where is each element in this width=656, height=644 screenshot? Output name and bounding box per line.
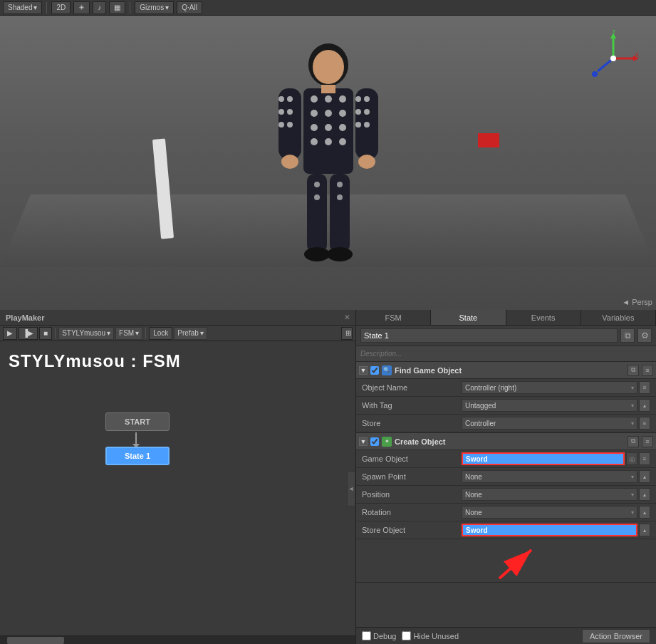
horizontal-scrollbar[interactable] (0, 635, 355, 644)
bottom-area: PlayMaker ✕ ▶ ▐▶ ■ STYLYmusou ▾ FSM ▾ Lo… (0, 310, 656, 644)
svg-point-3 (311, 95, 318, 103)
playmaker-toolbar: ▶ ▐▶ ■ STYLYmusou ▾ FSM ▾ Lock Prefab ▾ … (0, 326, 355, 341)
action-create-enable-checkbox[interactable] (370, 437, 379, 446)
game-object-menu-btn[interactable]: ≡ (639, 452, 650, 465)
position-menu-btn[interactable]: ▴ (639, 488, 650, 501)
debug-checkbox[interactable] (362, 631, 371, 640)
hide-unused-checkbox[interactable] (402, 631, 411, 640)
rotation-menu-btn[interactable]: ▴ (639, 506, 650, 519)
svg-point-14 (339, 138, 346, 145)
toolbar-sep-1 (55, 328, 56, 338)
game-object-circle-btn[interactable]: ◎ (626, 452, 637, 465)
svg-point-48 (610, 56, 616, 61)
with-tag-dropdown[interactable]: Untagged ▾ (462, 399, 637, 412)
row-label-with-tag: With Tag (362, 401, 462, 410)
fsm-title: STYLYmusou : FSM (9, 351, 181, 371)
step-button[interactable]: ▐▶ (19, 327, 38, 340)
action-find-game-object-header: ▼ 🔍 Find Game Object ⧉ ≡ (356, 362, 656, 379)
prefab-dropdown[interactable]: Prefab ▾ (174, 327, 207, 340)
action-copy-button[interactable]: ⧉ (628, 365, 639, 376)
position-dropdown[interactable]: None ▾ (462, 488, 637, 501)
state-name-input[interactable] (360, 328, 618, 343)
state-settings-icon[interactable]: ⚙ (637, 328, 652, 343)
action-browser-button[interactable]: Action Browser (582, 629, 650, 643)
action-row-object-name: Object Name Controller (right) ▾ ≡ (356, 379, 656, 397)
fsm-dropdown[interactable]: FSM ▾ (115, 327, 142, 340)
svg-point-18 (278, 109, 284, 115)
lock-button[interactable]: Lock (149, 327, 172, 340)
object-dropdown[interactable]: STYLYmusou ▾ (58, 327, 114, 340)
shading-dropdown[interactable]: Shaded ▾ (3, 1, 42, 14)
action-expand-toggle[interactable]: ▼ (359, 366, 368, 375)
action-create-expand-toggle[interactable]: ▼ (359, 437, 368, 446)
store-object-menu-btn[interactable]: ▴ (639, 524, 650, 536)
playmaker-canvas[interactable]: STYLYmusou : FSM START State 1 ◄ (0, 341, 355, 635)
action-create-copy-button[interactable]: ⧉ (628, 436, 639, 447)
play-button[interactable]: ▶ (3, 327, 17, 340)
row-value-spawn-point: None ▾ ▴ (462, 470, 650, 483)
tab-state[interactable]: State (431, 310, 506, 325)
scrollbar-thumb-horizontal[interactable] (7, 637, 64, 644)
rotation-dropdown[interactable]: None ▾ (462, 506, 637, 519)
store-dropdown[interactable]: Controller ▾ (462, 417, 637, 430)
collapse-handle[interactable]: ◄ (347, 471, 355, 507)
fsm-state1-node[interactable]: State 1 (105, 447, 170, 465)
gizmos-dropdown[interactable]: Gizmos ▾ (135, 1, 174, 14)
row-label-object-name: Object Name (362, 383, 462, 392)
tab-events[interactable]: Events (506, 310, 581, 325)
stop-button[interactable]: ■ (39, 327, 52, 340)
state-header: ⧉ ⚙ (356, 326, 656, 346)
svg-point-16 (278, 96, 284, 102)
game-object-input[interactable] (462, 452, 625, 465)
gizmo-widget: Y X (585, 30, 642, 87)
action-create-menu-button[interactable]: ≡ (642, 436, 653, 447)
action-row-rotation: Rotation None ▾ ▴ (356, 504, 656, 521)
scene-3d-area[interactable]: Y X ◄ Persp (0, 16, 656, 310)
svg-point-8 (339, 110, 346, 117)
description-input[interactable] (356, 346, 656, 362)
action-find-game-object: ▼ 🔍 Find Game Object ⧉ ≡ Object Name Con… (356, 362, 656, 433)
svg-point-11 (339, 124, 346, 131)
action-create-title: Create Object (395, 437, 625, 446)
action-enable-checkbox[interactable] (370, 366, 379, 375)
store-menu-btn[interactable]: ≡ (639, 417, 650, 430)
svg-point-7 (325, 110, 332, 117)
mode-2d-button[interactable]: 2D (51, 1, 71, 14)
red-arrow-container (356, 539, 656, 582)
inspector-panel: FSM State Events Variables ⧉ ⚙ (356, 310, 656, 644)
action-row-store-object: Store Object ▴ (356, 521, 656, 539)
collapse-expand-button[interactable]: ⊞ (341, 327, 353, 340)
lighting-icon-button[interactable]: ☀ (73, 1, 90, 14)
state-copy-icon[interactable]: ⧉ (620, 328, 635, 343)
playmaker-title: PlayMaker (6, 313, 44, 322)
svg-point-34 (337, 182, 343, 187)
fx-icon-button[interactable]: ▦ (109, 1, 125, 14)
svg-point-23 (355, 96, 361, 102)
svg-point-6 (311, 110, 318, 117)
svg-point-35 (314, 194, 320, 200)
audio-icon-button[interactable]: ♪ (93, 1, 106, 14)
playmaker-panel: PlayMaker ✕ ▶ ▐▶ ■ STYLYmusou ▾ FSM ▾ Lo… (0, 310, 356, 644)
fsm-start-node[interactable]: START (105, 412, 170, 431)
svg-point-12 (311, 138, 318, 145)
svg-point-1 (313, 50, 344, 84)
search-filter-dropdown[interactable]: Q·All (177, 1, 202, 14)
svg-point-10 (325, 124, 332, 131)
action-menu-button[interactable]: ≡ (642, 365, 653, 376)
object-name-dropdown[interactable]: Controller (right) ▾ (462, 381, 637, 394)
svg-point-19 (287, 109, 293, 115)
store-object-input[interactable] (462, 524, 637, 536)
spawn-point-menu-btn[interactable]: ▴ (639, 470, 650, 483)
svg-line-46 (598, 58, 613, 71)
debug-checkbox-label[interactable]: Debug (362, 631, 396, 640)
tab-variables[interactable]: Variables (581, 310, 656, 325)
svg-point-4 (325, 95, 332, 103)
hide-unused-checkbox-label[interactable]: Hide Unused (402, 631, 459, 640)
spawn-point-dropdown[interactable]: None ▾ (462, 470, 637, 483)
object-name-menu-btn[interactable]: ≡ (639, 381, 650, 394)
tab-fsm[interactable]: FSM (356, 310, 431, 325)
with-tag-menu-btn[interactable]: ▴ (639, 399, 650, 412)
svg-point-24 (364, 96, 370, 102)
svg-point-29 (281, 155, 298, 169)
svg-point-20 (278, 122, 284, 128)
